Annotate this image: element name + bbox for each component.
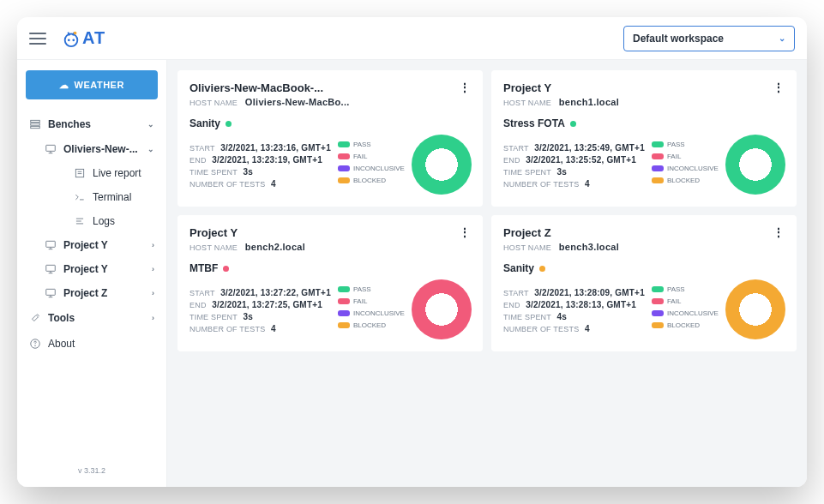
legend-fail: FAIL: [652, 153, 719, 160]
svg-point-3: [74, 31, 77, 34]
weather-icon: ☁: [59, 80, 69, 91]
host-row: HOST NAME bench2.local: [189, 242, 471, 252]
nav-project-2[interactable]: Project Z ›: [41, 281, 158, 305]
benches-icon: [29, 118, 41, 130]
meta-block: START 3/2/2021, 13:27:22, GMT+1 END 3/2/…: [189, 285, 331, 333]
legend-fail: FAIL: [338, 153, 405, 160]
donut-chart: [412, 279, 472, 339]
svg-rect-10: [75, 169, 83, 177]
nav-benches[interactable]: Benches ⌄: [26, 111, 158, 137]
hamburger-icon[interactable]: [29, 33, 46, 45]
project-label: Project Y: [63, 239, 108, 251]
workspace-selector[interactable]: Default workspace ⌄: [623, 26, 795, 51]
legend-inconclusive: INCONCLUSIVE: [652, 309, 719, 317]
chevron-right-icon: ›: [152, 241, 154, 249]
time-spent-row: TIME SPENT 3s: [503, 167, 645, 177]
cat-logo-icon: [62, 29, 81, 48]
legend-pass: PASS: [338, 141, 405, 148]
num-tests-row: NUMBER OF TESTS 4: [503, 324, 645, 333]
donut-chart: [725, 135, 785, 195]
end-row: END 3/2/2021, 13:23:19, GMT+1: [189, 155, 331, 165]
more-icon[interactable]: ⋮: [459, 225, 471, 239]
card-title: Oliviers-New-MacBook-...: [189, 81, 323, 94]
monitor-icon: [45, 287, 57, 299]
num-tests-row: NUMBER OF TESTS 4: [503, 179, 645, 189]
suite-name: Stress FOTA: [503, 117, 785, 129]
host-row: HOST NAME bench1.local: [503, 97, 785, 107]
nav-bench-expanded[interactable]: Oliviers-New-... ⌄: [41, 137, 158, 161]
bench-expanded-label: Oliviers-New-...: [63, 143, 138, 155]
legend: PASS FAIL INCONCLUSIVE BLOCKED: [338, 285, 405, 333]
logo-text: AT: [82, 28, 105, 48]
project-label: Project Y: [63, 263, 108, 275]
chevron-right-icon: ›: [152, 314, 154, 322]
num-tests-row: NUMBER OF TESTS 4: [189, 324, 331, 333]
benches-label: Benches: [48, 118, 91, 130]
time-spent-row: TIME SPENT 3s: [189, 167, 331, 177]
version-label: v 3.31.2: [26, 459, 158, 482]
monitor-icon: [45, 239, 57, 251]
legend-inconclusive: INCONCLUSIVE: [338, 309, 405, 317]
num-tests-row: NUMBER OF TESTS 4: [189, 179, 331, 189]
legend-fail: FAIL: [652, 297, 719, 305]
status-dot: [226, 121, 232, 127]
more-icon[interactable]: ⋮: [773, 81, 785, 94]
live-report-label: Live report: [93, 167, 141, 179]
end-row: END 3/2/2021, 13:28:13, GMT+1: [503, 300, 645, 309]
legend-pass: PASS: [652, 285, 719, 293]
workspace-label: Default workspace: [633, 33, 724, 45]
card-title: Project Y: [189, 226, 238, 239]
app-body: ☁ WEATHER Benches ⌄ Oliviers-New-...: [17, 60, 807, 487]
app-logo[interactable]: AT: [62, 28, 105, 48]
svg-point-0: [65, 33, 78, 46]
nav-project-0[interactable]: Project Y ›: [41, 233, 158, 257]
svg-rect-17: [46, 241, 56, 247]
nav-about[interactable]: About: [26, 331, 158, 357]
meta-block: START 3/2/2021, 13:25:49, GMT+1 END 3/2/…: [503, 141, 645, 189]
meta-block: START 3/2/2021, 13:23:16, GMT+1 END 3/2/…: [189, 141, 331, 189]
nav-tools[interactable]: Tools ›: [26, 305, 158, 331]
monitor-icon: [45, 263, 57, 275]
svg-rect-7: [46, 145, 56, 151]
svg-rect-4: [31, 120, 40, 122]
more-icon[interactable]: ⋮: [773, 225, 785, 239]
chevron-down-icon: ⌄: [779, 33, 785, 43]
suite-name: Sanity: [503, 262, 785, 274]
svg-rect-23: [46, 289, 56, 295]
chevron-right-icon: ›: [152, 265, 154, 273]
main-grid: Oliviers-New-MacBook-... ⋮ HOST NAME Oli…: [167, 60, 807, 487]
logs-label: Logs: [93, 215, 115, 227]
host-row: HOST NAME bench3.local: [503, 242, 785, 252]
nav-project-1[interactable]: Project Y ›: [41, 257, 158, 281]
legend-pass: PASS: [652, 141, 719, 148]
start-row: START 3/2/2021, 13:23:16, GMT+1: [189, 143, 331, 153]
donut-chart: [412, 135, 472, 195]
meta-block: START 3/2/2021, 13:28:09, GMT+1 END 3/2/…: [503, 285, 645, 333]
status-dot: [539, 266, 545, 272]
start-row: START 3/2/2021, 13:28:09, GMT+1: [503, 288, 645, 297]
legend-fail: FAIL: [338, 297, 405, 305]
project-label: Project Z: [63, 287, 107, 299]
more-icon[interactable]: ⋮: [459, 81, 471, 94]
start-row: START 3/2/2021, 13:25:49, GMT+1: [503, 143, 645, 153]
svg-rect-20: [46, 265, 56, 271]
host-row: HOST NAME Oliviers-New-MacBo...: [189, 97, 471, 107]
terminal-icon: [74, 191, 86, 203]
legend-blocked: BLOCKED: [652, 321, 719, 329]
donut-chart: [725, 279, 785, 339]
weather-button[interactable]: ☁ WEATHER: [26, 70, 158, 99]
start-row: START 3/2/2021, 13:27:22, GMT+1: [189, 288, 331, 297]
legend: PASS FAIL INCONCLUSIVE BLOCKED: [652, 285, 719, 333]
status-dot: [223, 266, 229, 272]
legend: PASS FAIL INCONCLUSIVE BLOCKED: [652, 141, 719, 189]
nav-terminal[interactable]: Terminal: [70, 185, 158, 209]
nav-live-report[interactable]: Live report: [70, 161, 158, 185]
suite-name: Sanity: [189, 117, 471, 129]
legend-inconclusive: INCONCLUSIVE: [338, 165, 405, 172]
card-title: Project Y: [503, 81, 551, 94]
nav: Benches ⌄ Oliviers-New-... ⌄: [26, 111, 158, 357]
about-icon: [29, 338, 41, 350]
legend-inconclusive: INCONCLUSIVE: [652, 165, 719, 172]
nav-logs[interactable]: Logs: [70, 209, 158, 233]
svg-point-2: [72, 39, 75, 41]
